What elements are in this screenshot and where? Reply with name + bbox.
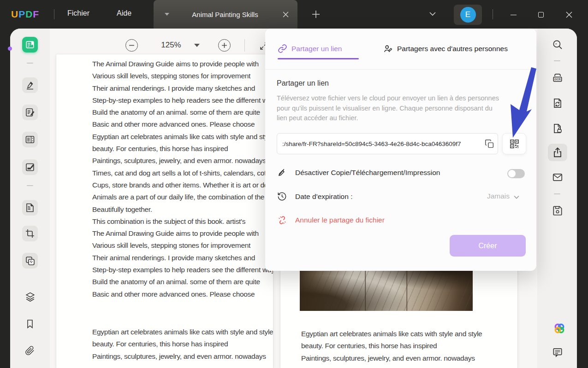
active-tab-underline (278, 58, 359, 59)
broken-link-icon (277, 215, 288, 226)
link-icon (278, 44, 287, 53)
sidebar-divider (554, 60, 560, 61)
edit-block-icon (24, 162, 36, 173)
app-window: UPDF Fichier Aide Animal Painting Skills… (0, 0, 588, 368)
create-button[interactable]: Créer (450, 235, 526, 257)
sidebar-item-share[interactable] (548, 144, 567, 161)
notification-dot (8, 47, 12, 51)
sidebar-item-layers[interactable] (22, 289, 38, 304)
doc-line: This combination is the subject of this … (92, 216, 273, 228)
tab-close-icon[interactable] (281, 10, 290, 19)
ocr-icon: OCR (552, 72, 564, 84)
sidebar-item-save[interactable] (550, 203, 565, 218)
sidebar-item-watermark[interactable] (22, 253, 38, 269)
doc-line: Basic and other more advanced ones. Plea… (92, 288, 273, 300)
logo-letter: D (25, 9, 33, 19)
convert-icon (552, 97, 564, 109)
minimize-icon (511, 15, 517, 15)
disable-actions-label: Désactiver Copie/Téléchargement/Impressi… (295, 169, 440, 177)
sidebar-item-comment-edit[interactable] (22, 105, 38, 120)
maximize-button[interactable] (532, 8, 550, 21)
document-tab[interactable]: Animal Painting Skills (154, 0, 297, 29)
zoom-dropdown-caret-icon[interactable] (194, 44, 200, 47)
share-link-input[interactable] (277, 140, 481, 147)
sidebar-item-organize-pages[interactable] (22, 200, 38, 216)
sidebar-item-mail[interactable] (550, 169, 565, 185)
disabled-pen-icon (277, 167, 287, 178)
expiration-chevron-down-icon[interactable] (513, 195, 520, 199)
sidebar-divider (27, 185, 33, 186)
highlighter-icon (24, 80, 36, 91)
form-fields-icon (24, 134, 36, 145)
disable-actions-row: Désactiver Copie/Téléchargement/Impressi… (277, 167, 440, 178)
doc-line: beauty. For centuries, this horse has in… (301, 340, 513, 352)
doc-line: Build the anatomy of an animal. some of … (92, 106, 273, 118)
logo-letter: U (11, 9, 18, 19)
new-tab-button[interactable] (310, 8, 322, 20)
account-button[interactable]: E (454, 5, 482, 25)
sidebar-item-markup[interactable] (22, 77, 38, 93)
tab-chevron-down-icon[interactable] (165, 13, 169, 16)
plus-icon (221, 42, 227, 48)
copy-link-button[interactable] (481, 134, 498, 153)
titlebar: UPDF Fichier Aide Animal Painting Skills… (0, 0, 588, 29)
sidebar-item-search[interactable] (550, 37, 565, 53)
reader-icon (25, 40, 35, 50)
close-button[interactable] (560, 8, 578, 21)
doc-line: Step-by-step examples to help readers se… (92, 94, 273, 106)
maximize-icon (538, 12, 544, 18)
expiration-label: Date d'expiration : (295, 193, 352, 201)
share-dialog: Partager un lien Partagers avec d'autres… (265, 29, 536, 271)
expiration-value[interactable]: Jamais (463, 192, 510, 200)
zoom-in-button[interactable] (218, 39, 231, 52)
minimize-button[interactable] (504, 8, 523, 21)
doc-line: Their animal renderings. I provide many … (92, 82, 273, 94)
pdf-page-1: The Animal Drawing Guide aims to provide… (56, 54, 273, 368)
tab-share-others-label: Partagers avec d'autres personnes (397, 45, 508, 53)
sidebar-item-forms[interactable] (22, 132, 38, 147)
sidebar-item-crop[interactable] (22, 226, 38, 241)
save-icon (552, 204, 564, 216)
sidebar-item-protect[interactable] (550, 121, 565, 136)
paperclip-icon (24, 345, 36, 356)
sidebar-item-ocr[interactable]: OCR (550, 70, 565, 86)
sidebar-divider (27, 63, 33, 64)
sidebar-item-page-edit[interactable] (22, 159, 38, 175)
qr-code-button[interactable] (502, 133, 526, 154)
tab-title: Animal Painting Skills (169, 11, 281, 18)
history-clock-icon (277, 191, 287, 202)
dialog-description: Téléversez votre fichier vers le cloud p… (277, 93, 501, 123)
sidebar-item-comment[interactable] (550, 345, 565, 360)
share-icon (552, 146, 564, 158)
tab-share-others[interactable]: Partagers avec d'autres personnes (383, 44, 508, 54)
sidebar-item-convert[interactable] (550, 95, 565, 111)
titlebar-chevron-down-icon[interactable] (429, 11, 436, 17)
person-invite-icon (383, 44, 393, 54)
tab-share-link[interactable]: Partager un lien (278, 44, 342, 53)
page-lock-icon (552, 123, 564, 134)
doc-line: Basic and other more advanced ones. Plea… (92, 118, 273, 130)
sidebar-item-bookmarks[interactable] (22, 316, 38, 332)
page2-paragraph: Egyptian art celebrates animals like cat… (301, 328, 513, 364)
sidebar-item-attachments[interactable] (22, 343, 38, 359)
dialog-heading: Partager un lien (277, 79, 329, 88)
menu-aide[interactable]: Aide (117, 9, 131, 18)
doc-line: Build the anatomy of an animal. some of … (92, 276, 273, 288)
updf-logo: UPDF (11, 9, 39, 20)
watermark-icon (24, 255, 36, 266)
menu-fichier[interactable]: Fichier (67, 9, 89, 18)
doc-line: Paintings, sculptures, jewelry, and even… (92, 350, 273, 362)
sidebar-item-reader[interactable] (22, 37, 38, 53)
toolbar-separator (244, 39, 245, 52)
cancel-share-link[interactable]: Annuler le partage du fichier (277, 215, 385, 226)
minus-icon (129, 42, 135, 48)
bookmark-icon (24, 318, 36, 329)
doc-line: Egyptian art celebrates animals like cat… (301, 328, 513, 340)
disable-actions-toggle[interactable] (507, 169, 525, 178)
doc-line: beauty. For centuries, this horse has in… (92, 338, 273, 350)
zoom-out-button[interactable] (125, 39, 138, 52)
avatar[interactable]: E (460, 7, 476, 23)
zoom-level: 125% (157, 41, 185, 50)
crop-icon (24, 228, 36, 239)
sidebar-item-ai-assistant[interactable] (552, 321, 567, 336)
